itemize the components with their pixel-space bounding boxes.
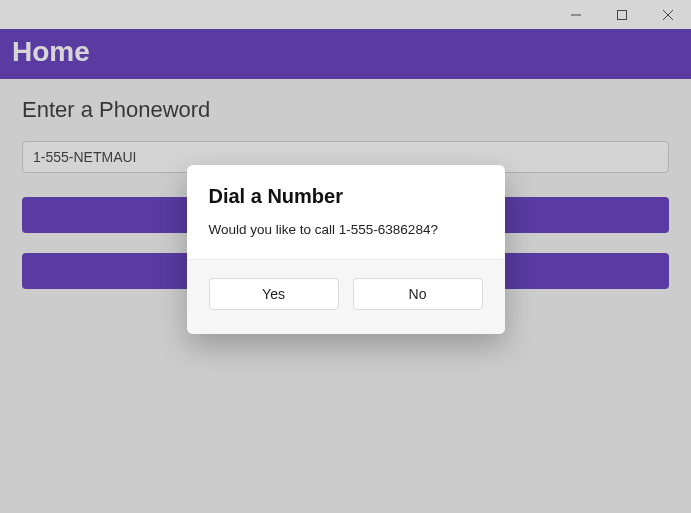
dialog-message: Would you like to call 1-555-6386284? — [209, 222, 483, 237]
no-button[interactable]: No — [353, 278, 483, 310]
modal-overlay: Dial a Number Would you like to call 1-5… — [0, 0, 691, 513]
dialog-body: Dial a Number Would you like to call 1-5… — [187, 165, 505, 259]
dialog-actions: Yes No — [187, 259, 505, 334]
dial-dialog: Dial a Number Would you like to call 1-5… — [187, 165, 505, 334]
yes-button[interactable]: Yes — [209, 278, 339, 310]
dialog-title: Dial a Number — [209, 185, 483, 208]
